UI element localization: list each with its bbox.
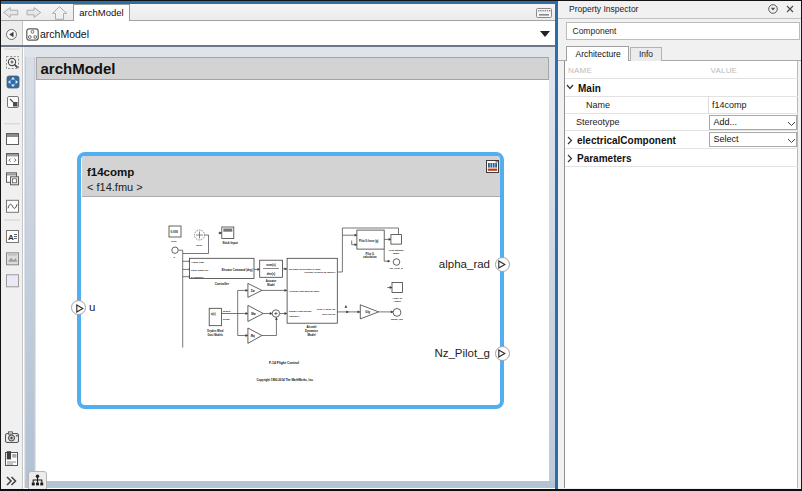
svg-text:Stick: Stick xyxy=(196,244,203,247)
svg-text:Rotary Gust qGust: Rotary Gust qGust xyxy=(289,310,311,313)
svg-text:q (rad/sec): q (rad/sec) xyxy=(191,276,204,279)
svg-text:Controller: Controller xyxy=(215,282,230,286)
svg-text:Model: Model xyxy=(307,333,315,337)
svg-text:Gust Models: Gust Models xyxy=(208,333,224,337)
svg-text:Pilot: Pilot xyxy=(171,240,177,243)
svg-text:Model: Model xyxy=(267,283,275,287)
svg-text:Nz_Pilot_g: Nz_Pilot_g xyxy=(390,267,403,270)
svg-text:Dryden Wind: Dryden Wind xyxy=(207,329,223,333)
svg-text:calculation: calculation xyxy=(363,255,377,259)
svg-text:Pilot G force (g): Pilot G force (g) xyxy=(317,308,336,311)
svg-text:Nz Pilot (g): Nz Pilot (g) xyxy=(322,313,335,316)
svg-text:alpha_rad: alpha_rad xyxy=(391,318,403,321)
svg-text:num(s): num(s) xyxy=(266,263,275,267)
svg-text:F-14 Flight Control: F-14 Flight Control xyxy=(269,361,299,365)
svg-text:Vertical Velocity w (m/sec): Vertical Velocity w (m/sec) xyxy=(304,271,335,274)
svg-text:w(m/s): w(m/s) xyxy=(223,310,231,313)
svg-text:Mq: Mq xyxy=(251,334,255,338)
svg-text:Copyright 1990-2014 The MathWo: Copyright 1990-2014 The MathWorks, Inc. xyxy=(256,378,313,382)
svg-text:Attack: Attack xyxy=(393,300,401,303)
svg-text:den(s): den(s) xyxy=(267,272,275,276)
svg-text:G/g: G/g xyxy=(365,310,370,314)
svg-text:q(rad): q(rad) xyxy=(223,318,230,321)
svg-text:Elevator Command (deg): Elevator Command (deg) xyxy=(222,268,253,272)
svg-text:Vertical Gust wGust (m/s): Vertical Gust wGust (m/s) xyxy=(289,290,319,293)
svg-text:Alpha (rad): Alpha (rad) xyxy=(191,261,204,264)
svg-text:Stick Input: Stick Input xyxy=(223,241,238,245)
svg-text:A: A xyxy=(8,233,14,242)
svg-text:a(s): a(s) xyxy=(211,312,216,316)
svg-text:Stick Input (in): Stick Input (in) xyxy=(191,269,209,272)
svg-text:Actuator: Actuator xyxy=(266,279,277,283)
svg-text:angle: angle xyxy=(393,252,400,255)
svg-text:Pilot G force (g): Pilot G force (g) xyxy=(359,239,379,243)
svg-text:0.000: 0.000 xyxy=(171,230,179,234)
svg-text:Pilot G: Pilot G xyxy=(366,252,374,256)
svg-text:(rad/sec): (rad/sec) xyxy=(289,315,300,318)
svg-text:u: u xyxy=(174,256,176,259)
